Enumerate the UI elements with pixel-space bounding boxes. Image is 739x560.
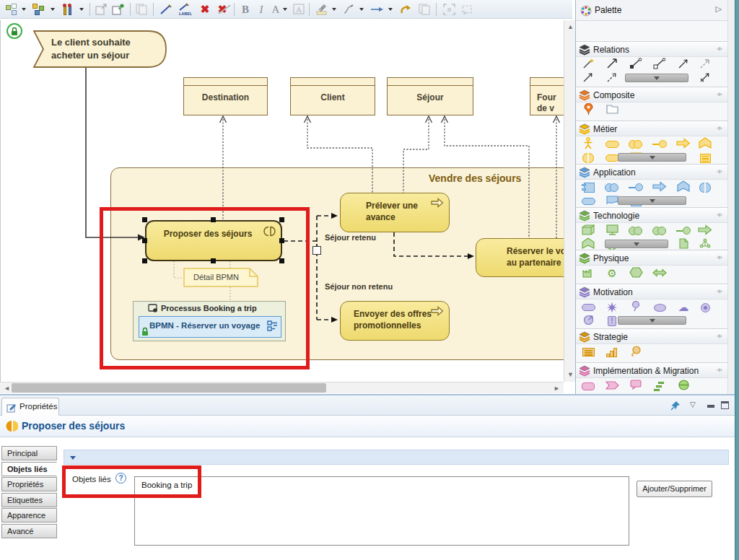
folder-tool-icon[interactable] bbox=[606, 104, 618, 117]
hscroll-thumb[interactable] bbox=[12, 383, 326, 393]
section-pin-icon[interactable]: ◃▹ bbox=[717, 90, 722, 97]
palette-overflow-button[interactable] bbox=[625, 74, 688, 82]
arrow-thin-tool-icon[interactable] bbox=[678, 58, 689, 72]
dblarrow-tool-icon[interactable] bbox=[652, 267, 667, 280]
section-pin-icon[interactable]: ◃▹ bbox=[717, 167, 722, 175]
menu-chevron-icon[interactable]: ▽ bbox=[690, 401, 696, 408]
font-icon[interactable]: A bbox=[268, 2, 283, 17]
dropdown-arrow-icon[interactable] bbox=[283, 8, 287, 11]
minimize-icon[interactable] bbox=[707, 405, 714, 408]
palette-section-composite[interactable]: Composite◃▹ bbox=[576, 87, 727, 102]
speech-tool-icon[interactable] bbox=[630, 380, 642, 393]
gear-tool-icon[interactable]: ⚙ bbox=[607, 267, 616, 280]
distribute-icon[interactable] bbox=[61, 2, 75, 17]
arrow-tool-icon[interactable] bbox=[698, 224, 712, 238]
resource-tool-icon[interactable] bbox=[582, 348, 595, 356]
hide-labels-icon[interactable]: LABEL bbox=[178, 2, 192, 17]
gantt-tool-icon[interactable] bbox=[654, 382, 665, 391]
dart-tool-icon[interactable] bbox=[583, 315, 594, 328]
actor-tool-icon[interactable] bbox=[583, 137, 593, 152]
star-tool-icon[interactable] bbox=[607, 302, 618, 313]
aggr-line-tool-icon[interactable] bbox=[653, 58, 666, 72]
process-reserver-le-voyage[interactable]: Réserver le voyageau partenaire bbox=[476, 238, 564, 277]
collab-tool-icon[interactable] bbox=[652, 227, 667, 236]
section-pin-icon[interactable]: ◃▹ bbox=[717, 332, 722, 339]
maximize-icon[interactable] bbox=[721, 401, 729, 409]
palette-overflow-button[interactable] bbox=[618, 316, 686, 325]
section-band[interactable] bbox=[64, 450, 729, 465]
pill-tool-icon[interactable] bbox=[582, 198, 595, 205]
clone-view-icon[interactable] bbox=[134, 2, 149, 17]
iface-tool-icon[interactable] bbox=[629, 183, 643, 192]
palette-section-relations[interactable]: Relations◃▹ bbox=[576, 41, 727, 57]
dropdown-arrow-icon[interactable] bbox=[51, 8, 55, 11]
delete-from-model-icon[interactable]: ✖ bbox=[215, 2, 229, 17]
fill-color-icon[interactable] bbox=[315, 2, 329, 17]
dropdown-arrow-icon[interactable] bbox=[388, 8, 393, 11]
scroll-right-arrow[interactable]: ► bbox=[554, 385, 560, 392]
scroll-left-arrow[interactable]: ◄ bbox=[4, 385, 10, 392]
section-pin-icon[interactable]: ◃▹ bbox=[717, 366, 722, 373]
ajouter-supprimer-button[interactable]: Ajouter/Supprimer bbox=[637, 481, 712, 497]
props-tab-apparence[interactable]: Apparence bbox=[1, 508, 57, 522]
props-tab-etiquettes[interactable]: Etiquettes bbox=[1, 493, 57, 507]
open-view-icon[interactable] bbox=[94, 2, 108, 17]
dropdown-arrow-icon[interactable] bbox=[79, 8, 84, 11]
props-tab-propri-t-s[interactable]: Propriétés bbox=[1, 477, 57, 491]
section-pin-icon[interactable]: ◃▹ bbox=[717, 253, 722, 261]
palette-collapse-icon[interactable]: ▷ bbox=[716, 4, 722, 14]
auto-layout-icon[interactable] bbox=[32, 2, 46, 17]
arrow-gray-tool-icon[interactable] bbox=[699, 58, 711, 72]
lasso-tool-icon[interactable] bbox=[630, 346, 642, 359]
line-color-icon[interactable] bbox=[342, 2, 357, 17]
palette-section-strategie[interactable]: Strategie◃▹ bbox=[576, 328, 727, 344]
fit-to-selection-icon[interactable] bbox=[442, 2, 456, 17]
iface-tool-icon[interactable] bbox=[652, 140, 667, 149]
pin-tool-icon[interactable] bbox=[584, 103, 593, 118]
palette-overflow-button[interactable] bbox=[605, 240, 668, 248]
dropdown-arrow-icon[interactable] bbox=[359, 8, 364, 11]
copy-appearance-icon[interactable] bbox=[417, 2, 432, 17]
objets-lies-listbox[interactable]: Booking a trip bbox=[134, 476, 629, 546]
palette-section-application[interactable]: Application◃▹ bbox=[576, 164, 727, 180]
roundrect-tool-icon[interactable] bbox=[582, 382, 595, 390]
pill-tool-icon[interactable] bbox=[605, 154, 619, 162]
section-pin-icon[interactable]: ◃▹ bbox=[717, 124, 722, 131]
process-prelever-une-avance[interactable]: Prélever uneavance bbox=[340, 193, 450, 232]
cube-tool-icon[interactable] bbox=[582, 224, 595, 238]
collab-tool-icon[interactable] bbox=[605, 183, 619, 193]
ribbon-tool-icon[interactable] bbox=[606, 195, 618, 208]
pin-view-icon[interactable] bbox=[111, 2, 126, 17]
palette-section-motivation[interactable]: Motivation◃▹ bbox=[576, 284, 727, 299]
props-tab-objets-li-s[interactable]: Objets liés bbox=[1, 462, 57, 476]
iface-tool-icon[interactable] bbox=[676, 227, 691, 235]
line-arrow-icon[interactable] bbox=[370, 2, 384, 17]
palette-section-physique[interactable]: Physique◃▹ bbox=[576, 250, 727, 266]
dropdown-arrow-icon[interactable] bbox=[22, 8, 26, 11]
business-object-client[interactable]: Client bbox=[290, 77, 375, 115]
align-shapes-icon[interactable] bbox=[4, 2, 19, 17]
comp-line-tool-icon[interactable] bbox=[629, 58, 642, 72]
hexagon-tool-icon[interactable] bbox=[629, 267, 643, 281]
props-tab-principal[interactable]: Principal bbox=[1, 446, 57, 460]
arrow-T-tool-icon[interactable] bbox=[699, 72, 711, 86]
hide-links-icon[interactable] bbox=[159, 2, 173, 17]
monitor-tool-icon[interactable] bbox=[606, 224, 618, 238]
palette-scrollbar[interactable] bbox=[727, 0, 735, 394]
section-pin-icon[interactable]: ◃▹ bbox=[717, 211, 722, 218]
exclbox-tool-icon[interactable]: ! bbox=[608, 316, 616, 326]
palette-section-m-tier[interactable]: Métier◃▹ bbox=[576, 121, 727, 136]
list-item[interactable]: Booking a trip bbox=[135, 477, 629, 489]
delete-from-diagram-icon[interactable]: ✖ bbox=[198, 2, 212, 17]
collab-tool-icon[interactable] bbox=[629, 140, 643, 149]
component-tool-icon[interactable] bbox=[582, 183, 595, 193]
cloud-tool-icon[interactable]: ☁ bbox=[678, 301, 689, 314]
arrow-dash-tool-icon[interactable] bbox=[606, 72, 618, 86]
tab-proprietes[interactable]: Propriétés bbox=[1, 398, 59, 416]
pill-tool-icon[interactable] bbox=[582, 304, 595, 311]
factory-tool-icon[interactable] bbox=[582, 267, 595, 281]
section-pin-icon[interactable]: ◃▹ bbox=[717, 287, 722, 294]
palette-section-technologie[interactable]: Technologie◃▹ bbox=[576, 207, 727, 223]
font-dialog-icon[interactable]: A bbox=[292, 2, 306, 17]
circledot-tool-icon[interactable] bbox=[701, 303, 710, 312]
